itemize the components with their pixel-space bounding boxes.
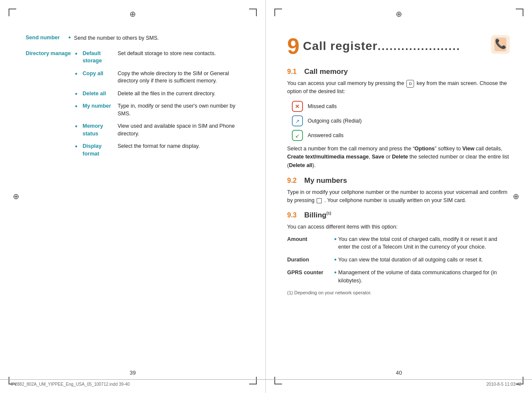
bullet-dot-2: • <box>75 70 78 77</box>
section-92-text2: . Your cellphone number is usually writt… <box>324 197 466 203</box>
section-93-title-text: Billing <box>304 211 326 219</box>
section-93-title: Billing(1) <box>304 211 331 220</box>
section-92-body: Type in or modify your cellphone number … <box>287 188 511 205</box>
delete-bold: Delete <box>392 154 408 160</box>
corner-mark-tl <box>9 9 16 16</box>
svg-text:✕: ✕ <box>295 103 300 110</box>
dir-sublabel-copy: Copy all <box>79 70 118 78</box>
section-91-heading: 9.1 Call memory <box>287 67 511 76</box>
billing-amount-row: Amount • You can view the total cost of … <box>287 235 511 251</box>
dir-text-display: Select the format for name display. <box>118 143 200 150</box>
bullet-dot-1: • <box>75 50 78 57</box>
billing-bullet-3: • <box>334 269 337 276</box>
dir-text-default: Set default storage to store new contact… <box>118 50 216 58</box>
bullet-dot-3: • <box>75 91 78 97</box>
answered-calls-row: ↙ Answered calls <box>291 129 511 141</box>
dir-item-copy-all: • Copy all Copy the whole directory to t… <box>75 70 244 85</box>
billing-footnote: (1) Depending on your network operator. <box>287 290 511 296</box>
billing-bullet-2: • <box>334 256 337 263</box>
footer-right: 2010-8-5 11:03:42 <box>486 382 521 387</box>
bullet-dot-4: • <box>75 103 78 110</box>
dir-item-default-storage: • Defaultstorage Set default storage to … <box>75 50 244 65</box>
bullet-dot: • <box>68 34 71 41</box>
delete-all-bold: Delete all <box>289 162 312 168</box>
crosshair-left-side: ⊕ <box>13 192 19 201</box>
right-corner-mark-tl <box>274 9 282 16</box>
answered-calls-label: Answered calls <box>308 132 344 138</box>
section-93-intro: You can access different items with this… <box>287 223 511 231</box>
send-number-row: Send number • Send the number to others … <box>26 34 244 42</box>
billing-table: Amount • You can view the total cost of … <box>287 235 511 284</box>
billing-bullet-1: • <box>334 236 337 243</box>
footer-left: IP2882_802A_UM_YIPPEE_Eng_USA_05_100712.… <box>11 382 130 387</box>
chapter-header: 9 Call register..................... 📞 <box>287 34 511 58</box>
chapter-title: Call register..................... <box>303 39 461 53</box>
svg-text:📞: 📞 <box>495 38 507 50</box>
send-number-text: Send the number to others by SMS. <box>74 35 159 41</box>
confirm-key-icon <box>317 198 322 203</box>
dir-sublabel-display: Displayformat <box>79 143 118 158</box>
view-bold: View <box>462 146 474 152</box>
right-page: ⊕ ⊕ 9 Call register.....................… <box>266 0 532 393</box>
outgoing-call-svg: ↗ <box>292 115 303 126</box>
bullet-dot-6: • <box>75 143 78 150</box>
directory-manage-label: Directory manage <box>26 50 75 58</box>
billing-duration-text: You can view the total duration of all o… <box>338 256 483 264</box>
billing-duration-content: • You can view the total duration of all… <box>334 256 511 264</box>
left-content: Send number • Send the number to others … <box>26 34 244 163</box>
send-number-content: • Send the number to others by SMS. <box>68 34 244 42</box>
section-91-num: 9.1 <box>287 68 299 76</box>
billing-gprs-text: Management of the volume of data communi… <box>338 269 511 284</box>
answered-call-svg: ↙ <box>292 130 303 141</box>
chapter-dots: ..................... <box>378 40 461 53</box>
page-spread: ⊕ ⊕ Send number • Send the number to oth… <box>0 0 532 393</box>
bullet-dot-5: • <box>75 123 78 130</box>
crosshair-top-right: ⊕ <box>396 9 402 19</box>
missed-calls-row: ✕ Missed calls <box>291 100 511 112</box>
missed-call-svg: ✕ <box>292 101 303 112</box>
directory-manage-row: Directory manage • Defaultstorage Set de… <box>26 50 244 163</box>
dir-item-display-format: • Displayformat Select the format for na… <box>75 143 244 158</box>
section-91-title: Call memory <box>304 67 348 76</box>
save-bold: Save <box>372 154 384 160</box>
crosshair-right-side: ⊕ <box>513 192 519 201</box>
dir-sublabel-memory: Memorystatus <box>79 123 118 138</box>
outgoing-calls-label: Outgoing calls (Redial) <box>308 118 362 124</box>
svg-text:↙: ↙ <box>295 133 300 139</box>
left-page: ⊕ ⊕ Send number • Send the number to oth… <box>0 0 266 393</box>
billing-gprs-content: • Management of the volume of data commu… <box>334 269 511 284</box>
missed-calls-label: Missed calls <box>308 103 337 109</box>
chapter-number: 9 <box>287 35 300 57</box>
dir-sublabel-mynumber: My number <box>79 103 118 110</box>
corner-mark-tr <box>249 9 257 16</box>
billing-gprs-row: GPRS counter • Management of the volume … <box>287 269 511 284</box>
send-number-label: Send number <box>26 34 68 42</box>
phone-svg: 📞 <box>490 34 511 55</box>
billing-amount-label: Amount <box>287 235 334 243</box>
footer-bar: IP2882_802A_UM_YIPPEE_Eng_USA_05_100712.… <box>0 379 532 387</box>
dir-text-copy: Copy the whole directory to the SIM or G… <box>118 70 244 85</box>
section-91-body: You can access your call memory by press… <box>287 79 511 96</box>
dir-text-mynumber: Type in, modify or send the user's own n… <box>118 103 244 117</box>
create-bold: Create text/multimedia message <box>287 154 369 160</box>
options-paragraph: Select a number from the call memory and… <box>287 145 511 170</box>
svg-text:↗: ↗ <box>295 118 300 124</box>
section-93-heading: 9.3 Billing(1) <box>287 211 511 220</box>
billing-superscript: (1) <box>326 211 331 215</box>
dir-item-my-number: • My number Type in, modify or send the … <box>75 103 244 117</box>
section-92-title: My numbers <box>304 176 347 185</box>
dir-sublabel-default: Defaultstorage <box>79 50 118 65</box>
chapter-title-text: Call register <box>303 39 378 53</box>
right-corner-mark-tr <box>516 9 523 16</box>
left-page-number: 39 <box>129 370 135 376</box>
outgoing-calls-icon: ↗ <box>291 115 303 127</box>
directory-manage-content: • Defaultstorage Set default storage to … <box>75 50 244 163</box>
key-icon-d: D <box>406 80 414 88</box>
dir-sublabel-delete: Delete all <box>79 90 118 98</box>
right-page-number: 40 <box>396 370 402 376</box>
billing-gprs-label: GPRS counter <box>287 269 334 276</box>
billing-duration-row: Duration • You can view the total durati… <box>287 256 511 264</box>
dir-item-delete-all: • Delete all Delete all the files in the… <box>75 90 244 98</box>
section-93-num: 9.3 <box>287 211 299 219</box>
directory-label-text: Directory manage <box>26 50 71 58</box>
